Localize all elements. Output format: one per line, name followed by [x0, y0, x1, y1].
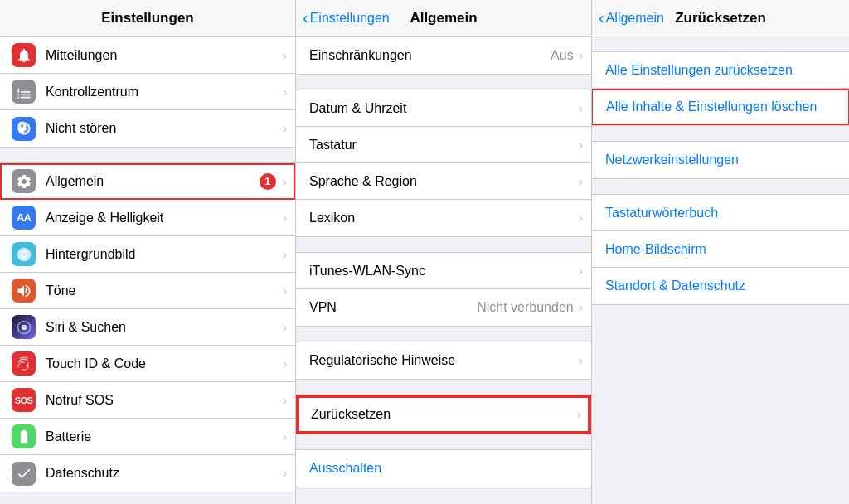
gap6 — [296, 434, 591, 449]
gap4 — [296, 327, 591, 342]
chevron-icon: › — [577, 407, 581, 422]
tone-label: Töne — [46, 284, 283, 298]
batterie-icon — [12, 424, 36, 448]
einschränkungen-label: Einschränkungen — [309, 48, 551, 63]
mitteilungen-label: Mitteilungen — [46, 48, 283, 63]
section-regulatorisch: Regulatorische Hinweise › — [296, 342, 591, 380]
sidebar-item-touchid[interactable]: Touch ID & Code › — [0, 346, 295, 382]
lexikon-label: Lexikon — [309, 211, 579, 225]
chevron-icon: › — [283, 85, 287, 99]
kontrollzentrum-label: Kontrollzentrum — [46, 85, 283, 99]
item-standort[interactable]: Standort & Datenschutz — [592, 268, 849, 304]
section-reset-top: Alle Einstellungen zurücksetzen Alle Inh… — [592, 51, 849, 126]
tone-icon — [12, 279, 36, 303]
item-einschränkungen[interactable]: Einschränkungen Aus › — [296, 37, 591, 74]
allgemein-list: Einschränkungen Aus › Datum & Uhrzeit › … — [296, 36, 591, 504]
item-netzwerk[interactable]: Netzwerkeinstellungen — [592, 142, 849, 178]
sprache-label: Sprache & Region — [309, 174, 579, 189]
item-tastatur[interactable]: Tastatur › — [296, 127, 591, 163]
zurücksetzen-list: Alle Einstellungen zurücksetzen Alle Inh… — [592, 36, 849, 504]
chevron-icon: › — [579, 174, 583, 189]
chevron-icon: › — [283, 284, 287, 298]
sidebar-item-allgemein[interactable]: Allgemein 1 › — [0, 163, 295, 200]
item-datum[interactable]: Datum & Uhrzeit › — [296, 90, 591, 127]
hintergrundbild-icon — [12, 242, 36, 266]
mitteilungen-icon — [12, 43, 36, 67]
sidebar-item-notruf[interactable]: SOS Notruf SOS › — [0, 382, 295, 419]
hintergrundbild-label: Hintergrundbild — [46, 247, 283, 262]
gap3 — [296, 237, 591, 252]
section-netzwerk: Netzwerkeinstellungen — [592, 141, 849, 179]
navbar-einstellungen: Einstellungen — [0, 0, 295, 36]
item-lexikon[interactable]: Lexikon › — [296, 200, 591, 236]
sidebar-item-kontrollzentrum[interactable]: Kontrollzentrum › — [0, 74, 295, 110]
home-bildschirm-label: Home-Bildschirm — [605, 242, 706, 257]
chevron-icon: › — [283, 429, 287, 444]
item-alle-einstellungen[interactable]: Alle Einstellungen zurücksetzen — [592, 52, 849, 89]
netzwerk-label: Netzwerkeinstellungen — [605, 153, 739, 167]
gap8 — [592, 126, 849, 141]
batterie-label: Batterie — [46, 429, 283, 444]
sidebar-item-anzeige[interactable]: AA Anzeige & Helligkeit › — [0, 200, 295, 236]
datenschutz-label: Datenschutz — [46, 466, 283, 481]
section-einschränkungen: Einschränkungen Aus › — [296, 36, 591, 75]
kontrollzentrum-icon — [12, 80, 36, 104]
item-sprache[interactable]: Sprache & Region › — [296, 163, 591, 200]
section-datum-group: Datum & Uhrzeit › Tastatur › Sprache & R… — [296, 90, 591, 237]
gap5 — [296, 380, 591, 395]
einschränkungen-value: Aus — [551, 48, 574, 63]
item-home-bildschirm[interactable]: Home-Bildschirm — [592, 231, 849, 268]
item-zurücksetzen[interactable]: Zurücksetzen › — [298, 396, 589, 433]
nicht-storen-icon — [12, 117, 36, 141]
anzeige-icon: AA — [12, 206, 36, 230]
sidebar-item-mitteilungen[interactable]: Mitteilungen › — [0, 37, 295, 74]
navbar-title-zurücksetzen: Zurücksetzen — [675, 10, 766, 27]
sidebar-item-hintergrundbild[interactable]: Hintergrundbild › — [0, 236, 295, 273]
chevron-icon: › — [579, 264, 583, 279]
item-alle-inhalte[interactable]: Alle Inhalte & Einstellungen löschen — [592, 89, 849, 125]
datenschutz-icon — [12, 462, 36, 486]
vpn-label: VPN — [309, 300, 477, 315]
chevron-icon: › — [283, 247, 287, 262]
sidebar-item-nicht-storen[interactable]: Nicht stören › — [0, 110, 295, 147]
chevron-icon: › — [283, 393, 287, 408]
panel-zurücksetzen: ‹ Allgemein Zurücksetzen Alle Einstellun… — [592, 0, 849, 504]
gap7 — [592, 36, 849, 51]
chevron-icon: › — [283, 356, 287, 371]
sidebar-item-tone[interactable]: Töne › — [0, 273, 295, 309]
section-itunes-group: iTunes-WLAN-Sync › VPN Nicht verbunden › — [296, 252, 591, 327]
panel-einstellungen: Einstellungen Mitteilungen › Kontrol — [0, 0, 296, 504]
regulatorisch-label: Regulatorische Hinweise — [309, 353, 579, 368]
sidebar-item-datenschutz[interactable]: Datenschutz › — [0, 455, 295, 492]
chevron-icon: › — [579, 101, 583, 116]
item-ausschalten[interactable]: Ausschalten — [296, 450, 591, 487]
navbar-zurücksetzen: ‹ Allgemein Zurücksetzen — [592, 0, 849, 36]
navbar-title-einstellungen: Einstellungen — [101, 10, 193, 27]
gap1 — [0, 148, 295, 162]
tastatur-label: Tastatur — [309, 138, 579, 153]
chevron-icon: › — [283, 48, 287, 63]
sidebar-item-batterie[interactable]: Batterie › — [0, 419, 295, 455]
back-to-einstellungen[interactable]: ‹ Einstellungen — [303, 8, 390, 27]
zurücksetzen-label: Zurücksetzen — [311, 407, 577, 422]
nicht-storen-label: Nicht stören — [46, 121, 283, 136]
item-tastaturworterbuch[interactable]: Tastaturwörterbuch — [592, 195, 849, 231]
standort-label: Standort & Datenschutz — [605, 279, 745, 293]
siri-icon — [12, 315, 36, 339]
anzeige-label: Anzeige & Helligkeit — [46, 211, 283, 225]
chevron-icon: › — [283, 320, 287, 335]
chevron-icon: › — [283, 174, 287, 189]
chevron-icon: › — [579, 353, 583, 368]
item-regulatorisch[interactable]: Regulatorische Hinweise › — [296, 342, 591, 379]
chevron-icon: › — [579, 138, 583, 153]
back-to-allgemein[interactable]: ‹ Allgemein — [599, 8, 664, 27]
gap9 — [592, 179, 849, 194]
sidebar-item-siri[interactable]: Siri & Suchen › — [0, 309, 295, 346]
chevron-icon: › — [579, 211, 583, 225]
gap2 — [296, 75, 591, 90]
item-itunes[interactable]: iTunes-WLAN-Sync › — [296, 253, 591, 289]
item-vpn[interactable]: VPN Nicht verbunden › — [296, 289, 591, 326]
navbar-allgemein: ‹ Einstellungen Allgemein — [296, 0, 591, 36]
section-reset-bottom: Tastaturwörterbuch Home-Bildschirm Stand… — [592, 194, 849, 305]
section-ausschalten: Ausschalten — [296, 449, 591, 487]
